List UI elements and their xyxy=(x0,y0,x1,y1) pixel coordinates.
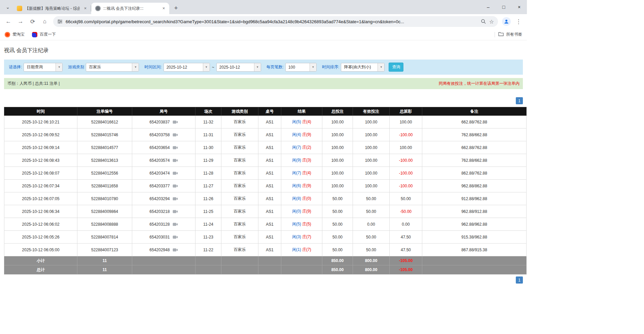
chevron-down-icon[interactable]: ▼ xyxy=(132,63,139,71)
date-to-select[interactable]: 2025-10-12 ▼ xyxy=(216,63,261,72)
round-number: 654203218 xyxy=(149,209,170,214)
page-number-button[interactable]: 1 xyxy=(516,276,523,284)
url-text[interactable]: 66cxkj98.com/ipl/portal.php/game/betreco… xyxy=(66,19,478,24)
valid-bet-note-text: 同局有效投注，统一计算在该局第一张注单内 xyxy=(439,81,520,86)
result-player: 闲(7) xyxy=(292,171,301,175)
bookmark-taobao[interactable]: 爱淘宝 xyxy=(5,32,25,37)
window-controls: – □ × xyxy=(480,0,527,14)
bookmark-label: 爱淘宝 xyxy=(12,32,25,37)
cell-total-bet[interactable]: 100.00 xyxy=(322,180,353,192)
result-banker: 庄(9) xyxy=(302,209,311,214)
column-header-bet-no: 注单编号 xyxy=(77,107,132,116)
result-player: 闲(0) xyxy=(292,209,301,214)
search-button[interactable]: 查询 xyxy=(389,63,403,72)
page-number-button[interactable]: 1 xyxy=(516,97,523,104)
back-icon[interactable]: ← xyxy=(3,16,14,27)
chevron-down-icon[interactable]: ▼ xyxy=(378,63,384,71)
cell-total-bet[interactable]: 50.00 xyxy=(322,218,353,231)
cell-game-type: 百家乐 xyxy=(221,116,258,128)
chevron-down-icon[interactable]: ▼ xyxy=(310,63,316,71)
cell-total-bet[interactable]: 100.00 xyxy=(322,167,353,180)
column-header-time: 时间 xyxy=(4,107,77,116)
tab-bet-records[interactable]: :::视讯 会员下注纪录::: × xyxy=(91,3,169,14)
cell-valid-bet: 100.00 xyxy=(353,116,390,128)
bookmark-star-icon[interactable]: ☆ xyxy=(489,18,494,25)
bookmarks-divider xyxy=(495,32,495,37)
all-bookmarks-button[interactable]: 所有书签 xyxy=(498,32,522,37)
url-bar[interactable]: 66cxkj98.com/ipl/portal.php/game/betreco… xyxy=(53,16,498,27)
all-bookmarks-label: 所有书签 xyxy=(506,32,522,37)
cell-table-no: AS1 xyxy=(258,218,281,231)
cell-round-no: 654203474 xyxy=(132,167,195,180)
chevron-down-icon[interactable]: ▼ xyxy=(56,63,62,71)
tab-search-icon[interactable]: ⌄ xyxy=(3,3,12,11)
chevron-down-icon[interactable]: ▼ xyxy=(254,63,261,71)
bookmark-baidu[interactable]: 百度一下 xyxy=(32,32,56,37)
cell-total-bet[interactable]: 50.00 xyxy=(322,244,353,256)
cell-total-bet[interactable]: 50.00 xyxy=(322,205,353,218)
game-video-icon[interactable] xyxy=(173,235,178,239)
close-tab-icon[interactable]: × xyxy=(161,6,167,11)
taobao-icon xyxy=(5,32,10,37)
cell-note: 962.88/862.88 xyxy=(422,180,527,192)
cell-table-no: AS1 xyxy=(258,231,281,244)
maximize-button[interactable]: □ xyxy=(496,0,511,14)
date-from-select[interactable]: 2025-10-12 ▼ xyxy=(164,63,210,72)
reload-icon[interactable]: ⟳ xyxy=(27,16,38,27)
sort-order-label: 时间排序: xyxy=(322,64,339,70)
cell-payout: 100.00 xyxy=(390,141,422,154)
cell-total-bet[interactable]: 100.00 xyxy=(322,128,353,141)
cell-time: 2025-10-12 06:05:26 xyxy=(4,231,77,244)
table-row: 2025-10-12 06:05:26 522884007814 6542030… xyxy=(4,231,527,244)
close-tab-icon[interactable]: × xyxy=(82,6,88,11)
game-video-icon[interactable] xyxy=(173,210,178,214)
cell-total-bet[interactable]: 100.00 xyxy=(322,154,353,167)
game-video-icon[interactable] xyxy=(173,184,178,188)
tab-forum[interactable]: 【新提醒】海燕策略论坛 - 综合 × xyxy=(13,3,91,14)
game-video-icon[interactable] xyxy=(173,248,178,252)
round-number: 654203758 xyxy=(149,133,170,137)
cell-total-bet[interactable]: 50.00 xyxy=(322,231,353,244)
cell-payout: 100.00 xyxy=(390,116,422,128)
cell-total-bet[interactable]: 50.00 xyxy=(322,192,353,205)
game-video-icon[interactable] xyxy=(173,133,178,137)
browser-menu-icon[interactable]: ⋮ xyxy=(513,16,524,27)
game-video-icon[interactable] xyxy=(173,171,178,175)
cell-payout: 47.50 xyxy=(390,231,422,244)
forum-favicon-icon xyxy=(17,6,22,11)
close-window-button[interactable]: × xyxy=(511,0,527,14)
game-video-icon[interactable] xyxy=(173,146,178,150)
chevron-down-icon[interactable]: ▼ xyxy=(203,63,210,71)
table-row: 2025-10-12 06:05:00 522884007123 6542029… xyxy=(4,244,527,256)
forward-icon[interactable]: → xyxy=(15,16,26,27)
cell-note: 962.88/962.88 xyxy=(422,218,527,231)
cell-total-bet[interactable]: 100.00 xyxy=(322,116,353,128)
cell-note: 662.88/762.88 xyxy=(422,116,527,128)
cell-total-bet[interactable]: 100.00 xyxy=(322,141,353,154)
cell-session: 11-27 xyxy=(195,180,221,192)
per-page-select[interactable]: 100 ▼ xyxy=(285,63,317,72)
zoom-icon[interactable] xyxy=(481,19,486,24)
column-header-payout: 总派彩 xyxy=(390,107,422,116)
cell-table-no: AS1 xyxy=(258,167,281,180)
minimize-button[interactable]: – xyxy=(480,0,496,14)
round-number: 654203031 xyxy=(149,235,170,239)
cell-note: 762.88/662.88 xyxy=(422,154,527,167)
cell-valid-bet: 100.00 xyxy=(353,128,390,141)
game-video-icon[interactable] xyxy=(173,120,178,124)
game-video-icon[interactable] xyxy=(173,197,178,201)
sort-order-select[interactable]: 降幂(由大到小) ▼ xyxy=(341,63,385,72)
query-mode-select[interactable]: 日期查询 ▼ xyxy=(24,63,63,72)
cell-time: 2025-10-12 06:05:00 xyxy=(4,244,77,256)
result-player: 闲(8) xyxy=(292,196,301,201)
cell-table-no: AS1 xyxy=(258,205,281,218)
site-settings-icon[interactable] xyxy=(57,19,63,24)
game-video-icon[interactable] xyxy=(173,158,178,162)
profile-avatar[interactable] xyxy=(502,17,511,26)
home-icon[interactable]: ⌂ xyxy=(39,16,50,27)
round-number: 654203574 xyxy=(149,158,170,163)
cell-round-no: 654203837 xyxy=(132,116,195,128)
game-type-select[interactable]: 百家乐 ▼ xyxy=(86,63,139,72)
game-video-icon[interactable] xyxy=(173,222,178,226)
new-tab-button[interactable]: + xyxy=(171,3,181,13)
